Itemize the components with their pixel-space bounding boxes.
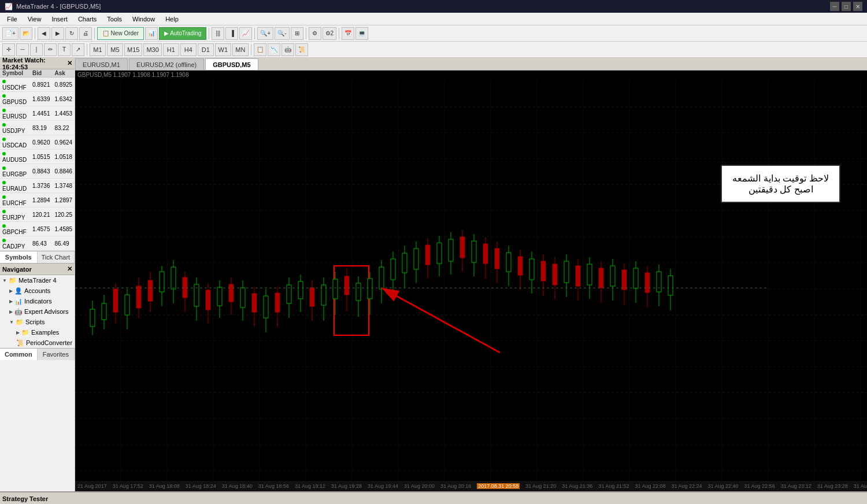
tab-eurusd-m2[interactable]: EURUSD,M2 (offline) bbox=[129, 58, 204, 70]
nav-period-converter[interactable]: 📜 PeriodConverter bbox=[0, 338, 75, 348]
tab-symbols[interactable]: Symbols bbox=[0, 251, 38, 263]
menu-file[interactable]: File bbox=[2, 14, 22, 24]
svg-rect-2 bbox=[75, 81, 867, 481]
market-watch-row[interactable]: USDCAD 0.9620 0.9624 bbox=[0, 135, 75, 150]
status-dot bbox=[2, 224, 6, 228]
menu-help[interactable]: Help bbox=[161, 14, 183, 24]
zoom-out-button[interactable]: 🔍- bbox=[275, 27, 289, 40]
market-watch-row[interactable]: GBPUSD 1.6339 1.6342 bbox=[0, 92, 75, 106]
svg-rect-51 bbox=[356, 283, 361, 301]
svg-rect-30 bbox=[240, 288, 245, 307]
market-watch-row[interactable]: AUDUSD 1.0515 1.0518 bbox=[0, 150, 75, 164]
period-mn[interactable]: MN bbox=[232, 43, 249, 56]
close-button[interactable]: ✕ bbox=[853, 2, 862, 11]
back-button[interactable]: ◀ bbox=[38, 27, 50, 40]
crosshair-button[interactable]: ✛ bbox=[2, 43, 15, 56]
text-button[interactable]: T bbox=[58, 43, 71, 56]
candle-button[interactable]: ▐ bbox=[225, 27, 238, 40]
market-watch-row[interactable]: EURJPY 120.21 120.25 bbox=[0, 207, 75, 222]
svg-rect-87 bbox=[564, 261, 569, 283]
arrow-button[interactable]: ↗ bbox=[72, 43, 84, 56]
market-watch-row[interactable]: EURGBP 0.8843 0.8846 bbox=[0, 164, 75, 179]
nav-examples[interactable]: ▶ 📁 Examples bbox=[0, 327, 75, 338]
nav-indicators[interactable]: ▶ 📊 Indicators bbox=[0, 296, 75, 306]
period-d1[interactable]: D1 bbox=[198, 43, 214, 56]
market-watch-row[interactable]: EURUSD 1.4451 1.4453 bbox=[0, 106, 75, 121]
nav-metatrader4[interactable]: ▼ 📁 MetaTrader 4 bbox=[0, 275, 75, 286]
goto-date-button[interactable]: 📅 bbox=[342, 27, 354, 40]
ask-cell: 120.25 bbox=[53, 207, 75, 222]
grid-button[interactable]: ⊞ bbox=[291, 27, 303, 40]
title-bar-controls[interactable]: ─ □ ✕ bbox=[830, 2, 862, 11]
indicators-button[interactable]: 📊 bbox=[145, 27, 158, 40]
svg-rect-28 bbox=[229, 284, 234, 302]
period-h4[interactable]: H4 bbox=[180, 43, 197, 56]
market-watch-row[interactable]: USDJPY 83.19 83.22 bbox=[0, 121, 75, 135]
nav-close[interactable]: ✕ bbox=[67, 265, 72, 273]
toolbar1: 📄+ 📂 ◀ ▶ ↻ 🖨 📋 New Order 📊 ▶ AutoTrading… bbox=[0, 25, 867, 42]
market-watch-row[interactable]: EURAUD 1.3736 1.3748 bbox=[0, 179, 75, 193]
nav-scripts[interactable]: ▼ 📁 Scripts bbox=[0, 317, 75, 327]
properties-button[interactable]: ⚙ bbox=[309, 27, 321, 40]
period-w1[interactable]: W1 bbox=[215, 43, 231, 56]
status-dot bbox=[2, 210, 6, 213]
bid-cell: 1.2894 bbox=[30, 193, 53, 207]
script-button[interactable]: 📜 bbox=[295, 43, 308, 56]
expert-btn[interactable]: 🤖 bbox=[281, 43, 294, 56]
tab-common[interactable]: Common bbox=[0, 349, 38, 360]
menu-bar: File View Insert Charts Tools Window Hel… bbox=[0, 13, 867, 25]
svg-rect-65 bbox=[437, 243, 442, 264]
chart-x-axis: 21 Aug 2017 31 Aug 17:52 31 Aug 18:08 31… bbox=[75, 481, 867, 491]
terminal-button[interactable]: 💻 bbox=[355, 27, 368, 40]
tab-tick-chart[interactable]: Tick Chart bbox=[38, 251, 75, 263]
print-button[interactable]: 🖨 bbox=[79, 27, 92, 40]
symbol-cell: CADJPY bbox=[0, 236, 30, 251]
bar-chart-button[interactable]: ||| bbox=[212, 27, 224, 40]
zoom-in-button[interactable]: 🔍+ bbox=[257, 27, 273, 40]
tab-favorites[interactable]: Favorites bbox=[38, 349, 75, 360]
ask-cell: 1.3748 bbox=[53, 179, 75, 193]
hline-button[interactable]: | bbox=[30, 43, 43, 56]
forward-button[interactable]: ▶ bbox=[51, 27, 64, 40]
indicators2-button[interactable]: 📉 bbox=[268, 43, 280, 56]
line-button[interactable]: ─ bbox=[16, 43, 29, 56]
options-button[interactable]: ⚙2 bbox=[323, 27, 337, 40]
market-watch-row[interactable]: GBPCHF 1.4575 1.4585 bbox=[0, 222, 75, 236]
col-symbol: Symbol bbox=[0, 69, 30, 77]
period-m30[interactable]: M30 bbox=[143, 43, 161, 56]
nav-accounts[interactable]: ▶ 👤 Accounts bbox=[0, 286, 75, 296]
menu-charts[interactable]: Charts bbox=[73, 14, 101, 24]
svg-rect-85 bbox=[553, 264, 557, 285]
minimize-button[interactable]: ─ bbox=[830, 2, 839, 11]
menu-tools[interactable]: Tools bbox=[102, 14, 127, 24]
period-m1[interactable]: M1 bbox=[90, 43, 106, 56]
template-button[interactable]: 📋 bbox=[254, 43, 266, 56]
menu-window[interactable]: Window bbox=[128, 14, 160, 24]
market-watch-row[interactable]: USDCHF 0.8921 0.8925 bbox=[0, 77, 75, 92]
tab-gbpusd-m5[interactable]: GBPUSD,M5 bbox=[205, 58, 258, 70]
autotrading-button[interactable]: ▶ AutoTrading bbox=[159, 27, 206, 40]
menu-view[interactable]: View bbox=[23, 14, 46, 24]
line-chart-button[interactable]: 📈 bbox=[239, 27, 252, 40]
market-watch-row[interactable]: CADJPY 86.43 86.49 bbox=[0, 236, 75, 251]
sep-period2 bbox=[251, 44, 251, 55]
app-icon: 📈 bbox=[5, 3, 13, 10]
accounts-icon: 👤 bbox=[14, 287, 23, 295]
maximize-button[interactable]: □ bbox=[842, 2, 851, 11]
period-m5[interactable]: M5 bbox=[107, 43, 123, 56]
nav-expert-advisors[interactable]: ▶ 🤖 Expert Advisors bbox=[0, 306, 75, 317]
tab-eurusd-m1[interactable]: EURUSD,M1 bbox=[75, 58, 128, 70]
market-watch-close[interactable]: ✕ bbox=[67, 60, 72, 67]
new-order-button[interactable]: 📋 New Order bbox=[97, 27, 144, 40]
market-watch-row[interactable]: EURCHF 1.2894 1.2897 bbox=[0, 193, 75, 207]
svg-rect-71 bbox=[472, 241, 476, 262]
new-chart-button[interactable]: 📄+ bbox=[2, 27, 18, 40]
open-button[interactable]: 📂 bbox=[20, 27, 32, 40]
draw-button[interactable]: ✏ bbox=[44, 43, 57, 56]
menu-insert[interactable]: Insert bbox=[47, 14, 72, 24]
status-dot bbox=[2, 94, 6, 98]
refresh-button[interactable]: ↻ bbox=[65, 27, 78, 40]
period-h1[interactable]: H1 bbox=[163, 43, 179, 56]
symbol-cell: EURCHF bbox=[0, 193, 30, 207]
period-m15[interactable]: M15 bbox=[124, 43, 142, 56]
